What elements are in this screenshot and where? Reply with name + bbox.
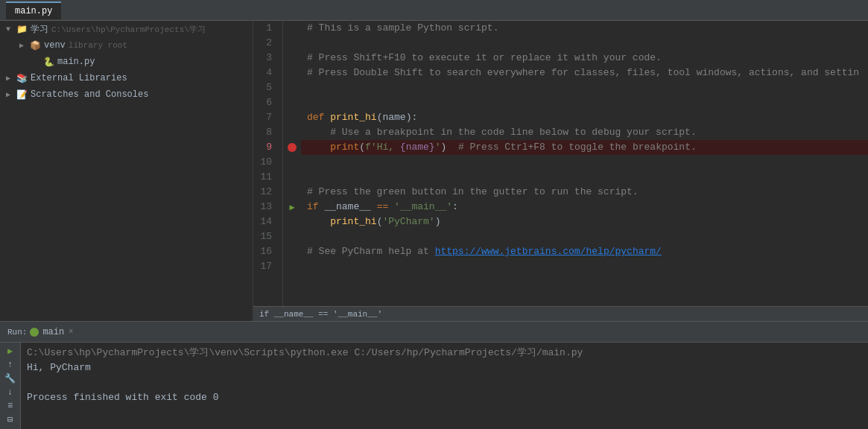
run-output-line-4: Process finished with exit code 0 <box>27 390 862 405</box>
gutter-7 <box>283 110 301 125</box>
hint-bar: if __name__ == '__main__' <box>253 306 868 321</box>
run-tab-close[interactable]: × <box>69 328 73 336</box>
ext-lib-icon: 📚 <box>16 73 28 84</box>
gutter-12 <box>283 185 301 200</box>
run-tabs: Run: main × <box>0 322 868 343</box>
scratches-icon: 📝 <box>16 89 28 101</box>
run-up-button[interactable]: ↑ <box>3 360 18 370</box>
code-line-15 <box>301 229 868 244</box>
venv-label: venv <box>44 40 66 51</box>
run-circle-icon <box>30 328 39 337</box>
code-line-7: def print_hi(name): <box>301 110 868 125</box>
gutter-16 <box>283 244 301 259</box>
gutter-15 <box>283 229 301 244</box>
sidebar-item-mainpy[interactable]: 🐍 main.py <box>0 54 253 70</box>
run-output-line-3 <box>27 375 862 390</box>
breakpoint-icon <box>288 143 297 152</box>
gutter-8 <box>283 125 301 140</box>
ext-arrow-icon: ▶ <box>6 74 16 83</box>
run-lines-button[interactable]: ≡ <box>3 401 18 411</box>
sidebar-item-ext-libs[interactable]: ▶ 📚 External Libraries <box>0 70 253 86</box>
gutter: ▶ <box>283 21 301 306</box>
ln-12: 12 <box>253 185 276 200</box>
gutter-1 <box>283 21 301 36</box>
project-path: C:\Users\hp\PycharmProjects\学习 <box>51 24 206 35</box>
mainpy-label: main.py <box>57 57 95 67</box>
run-tab-label: main <box>42 327 64 337</box>
python-file-icon: 🐍 <box>43 57 54 68</box>
gutter-9-breakpoint[interactable] <box>283 140 301 155</box>
code-line-10 <box>301 155 868 170</box>
gutter-6 <box>283 95 301 110</box>
gutter-13-run[interactable]: ▶ <box>283 200 301 214</box>
code-line-1: # This is a sample Python script. <box>301 21 868 36</box>
code-line-8: # Use a breakpoint in the code line belo… <box>301 125 868 140</box>
venv-icon: 📦 <box>30 40 41 51</box>
code-line-9: print(f'Hi, {name}') # Press Ctrl+F8 to … <box>301 140 868 155</box>
ln-14: 14 <box>253 214 276 229</box>
code-line-4: # Press Double Shift to search everywher… <box>301 66 868 80</box>
hint-text: if __name__ == '__main__' <box>259 310 382 319</box>
code-line-12: # Press the green button in the gutter t… <box>301 185 868 200</box>
code-lines: # This is a sample Python script. # Pres… <box>301 21 868 306</box>
ln-15: 15 <box>253 229 276 244</box>
active-tab[interactable]: main.py <box>6 1 61 19</box>
gutter-2 <box>283 36 301 51</box>
scratches-label: Scratches and Consoles <box>31 89 148 100</box>
run-output: C:\Users\hp\PycharmProjects\学习\venv\Scri… <box>21 343 868 429</box>
ln-13: 13 <box>253 200 276 214</box>
code-line-13: if __name__ == '__main__': <box>301 200 868 214</box>
code-line-14: print_hi('PyCharm') <box>301 214 868 229</box>
ln-3: 3 <box>253 51 276 66</box>
ln-10: 10 <box>253 155 276 170</box>
gutter-5 <box>283 80 301 95</box>
run-output-line-2: Hi, PyCharm <box>27 360 862 375</box>
run-side-buttons: ▶ ↑ 🔧 ↓ ≡ ⊟ ⊞ <box>0 343 21 429</box>
sidebar: ▼ 📁 学习 C:\Users\hp\PycharmProjects\学习 ▶ … <box>0 21 253 321</box>
ln-11: 11 <box>253 170 276 185</box>
sidebar-item-scratches[interactable]: ▶ 📝 Scratches and Consoles <box>0 86 253 103</box>
code-line-11 <box>301 170 868 185</box>
run-panel: Run: main × ▶ ↑ 🔧 ↓ ≡ ⊟ ⊞ C:\Users\hp\Py… <box>0 321 868 429</box>
code-line-2 <box>301 36 868 51</box>
code-area: 1 2 3 4 5 6 7 8 9 10 11 12 13 14 15 16 1… <box>253 21 868 321</box>
code-content: 1 2 3 4 5 6 7 8 9 10 11 12 13 14 15 16 1… <box>253 21 868 306</box>
ext-libs-label: External Libraries <box>31 73 127 83</box>
gutter-11 <box>283 170 301 185</box>
ln-4: 4 <box>253 66 276 80</box>
tab-label: main.py <box>15 6 52 16</box>
ln-5: 5 <box>253 80 276 95</box>
arrow-down-icon: ▼ <box>6 25 16 34</box>
ln-1: 1 <box>253 21 276 36</box>
run-wrench-button[interactable]: 🔧 <box>3 373 18 384</box>
run-down-button[interactable]: ↓ <box>3 387 18 398</box>
ln-9: 9 <box>253 140 276 155</box>
arrow-right-icon: ▶ <box>19 41 30 50</box>
code-line-17 <box>301 259 868 274</box>
run-split-button[interactable]: ⊟ <box>3 414 18 425</box>
gutter-3 <box>283 51 301 66</box>
code-line-3: # Press Shift+F10 to execute it or repla… <box>301 51 868 66</box>
run-label-prefix: Run: <box>7 328 27 337</box>
scratches-arrow-icon: ▶ <box>6 90 16 99</box>
run-tab-main[interactable]: Run: main × <box>0 322 80 342</box>
ln-17: 17 <box>253 259 276 274</box>
code-line-5 <box>301 80 868 95</box>
run-panel-body: ▶ ↑ 🔧 ↓ ≡ ⊟ ⊞ C:\Users\hp\PycharmProject… <box>0 343 868 429</box>
ln-16: 16 <box>253 244 276 259</box>
run-play-button[interactable]: ▶ <box>3 346 18 357</box>
sidebar-item-venv[interactable]: ▶ 📦 venv library root <box>0 37 253 54</box>
gutter-17 <box>283 259 301 274</box>
project-name: 学习 <box>31 23 48 36</box>
ln-2: 2 <box>253 36 276 51</box>
run-arrow-icon: ▶ <box>289 202 294 213</box>
ln-6: 6 <box>253 95 276 110</box>
gutter-10 <box>283 155 301 170</box>
ln-7: 7 <box>253 110 276 125</box>
sidebar-item-project[interactable]: ▼ 📁 学习 C:\Users\hp\PycharmProjects\学习 <box>0 21 253 37</box>
tab-bar: main.py <box>0 0 868 21</box>
gutter-14 <box>283 214 301 229</box>
code-line-6 <box>301 95 868 110</box>
ln-8: 8 <box>253 125 276 140</box>
main-layout: ▼ 📁 学习 C:\Users\hp\PycharmProjects\学习 ▶ … <box>0 21 868 321</box>
